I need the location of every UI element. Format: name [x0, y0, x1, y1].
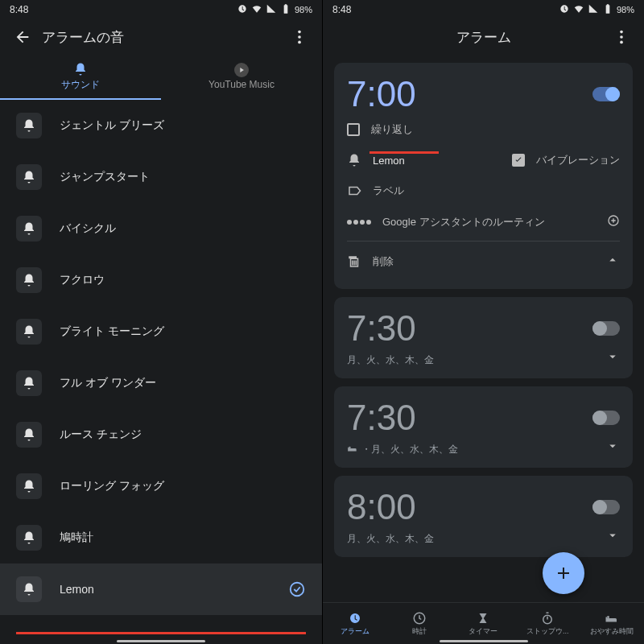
sound-row[interactable]: ルース チェンジ [0, 409, 322, 460]
sound-label: 鳩時計 [60, 530, 306, 545]
sound-label: ルース チェンジ [60, 427, 306, 442]
alarm-card[interactable]: 8:00 月、火、水、木、金 [334, 476, 633, 557]
bell-icon [16, 319, 42, 345]
annotation-underline [16, 632, 306, 634]
trash-icon [347, 254, 361, 269]
label-icon [347, 184, 361, 198]
assistant-icon [347, 220, 371, 225]
tab-sound[interactable]: サウンド [0, 55, 161, 100]
alarm-list[interactable]: 7:00 繰り返し Lemon バイブレーション ラベル Google アシスタ… [323, 55, 644, 602]
sound-row[interactable]: ジャンプスタート [0, 151, 322, 203]
label-row[interactable]: ラベル [347, 175, 620, 206]
tab-sound-label: サウンド [61, 78, 100, 92]
app-bar: アラーム [323, 19, 644, 55]
battery-percent: 98% [617, 5, 634, 14]
sound-label: ジェントル ブリーズ [60, 118, 306, 133]
chevron-down-icon[interactable] [605, 439, 620, 456]
sound-row[interactable]: Lemon バイブレーション [347, 145, 620, 175]
svg-point-2 [298, 41, 301, 44]
delete-row[interactable]: 削除 [347, 245, 620, 278]
sound-name: Lemon [373, 155, 501, 167]
page-title: アラームの音 [39, 28, 283, 47]
alarm-toggle[interactable] [592, 500, 620, 514]
add-icon[interactable] [607, 214, 620, 229]
bed-icon [347, 443, 358, 456]
bell-icon [16, 473, 42, 499]
sound-row[interactable]: バイシクル [0, 203, 322, 254]
bell-icon [16, 267, 42, 293]
sound-row[interactable]: ローリング フォッグ [0, 460, 322, 512]
alarm-sound-screen: 8:48 98% アラームの音 サウンド YouTube Music ジェントル… [0, 0, 322, 644]
alarm-card[interactable]: 7:30 月、火、水、木、金 [334, 297, 633, 378]
label-label: ラベル [373, 184, 404, 198]
alarm-toggle[interactable] [592, 321, 620, 336]
alarm-card[interactable]: 7:30 ・月、火、水、木、金 [334, 386, 633, 468]
assistant-label: Google アシスタントのルーティン [382, 215, 596, 229]
overflow-menu-button[interactable] [605, 21, 638, 53]
sound-row[interactable]: フル オブ ワンダー [0, 357, 322, 409]
nav-alarm[interactable]: アラーム [323, 603, 387, 644]
wifi-icon [251, 3, 262, 17]
sound-label: Lemon [60, 583, 270, 596]
vibration-label: バイブレーション [536, 153, 620, 167]
chevron-up-icon[interactable] [605, 253, 620, 270]
alarm-time[interactable]: 7:00 [347, 74, 416, 114]
app-bar: アラームの音 [0, 19, 322, 55]
alarm-days: ・月、火、水、木、金 [347, 443, 620, 456]
sound-list[interactable]: ジェントル ブリーズ ジャンプスタート バイシクル フクロウ ブライト モーニン… [0, 100, 322, 644]
signal-icon [588, 3, 599, 17]
back-button[interactable] [6, 21, 39, 53]
page-title: アラーム [361, 28, 605, 47]
battery-percent: 98% [295, 5, 312, 14]
bell-icon [16, 113, 42, 138]
sound-label: ジャンプスタート [60, 170, 306, 184]
bell-icon [16, 525, 42, 551]
svg-point-5 [620, 35, 623, 39]
tab-youtube-label: YouTube Music [208, 79, 275, 90]
sound-row[interactable]: ブライト モーニング [0, 306, 322, 357]
sound-row[interactable]: 鳩時計 [0, 512, 322, 564]
bell-icon [16, 216, 42, 242]
sound-row[interactable]: ジェントル ブリーズ [0, 100, 322, 151]
repeat-label: 繰り返し [371, 122, 413, 137]
svg-point-1 [298, 35, 301, 39]
add-alarm-button[interactable] [543, 552, 584, 594]
sound-label: ローリング フォッグ [60, 479, 306, 493]
bell-icon [16, 370, 42, 396]
alarm-time[interactable]: 7:30 [347, 308, 416, 349]
alarm-time[interactable]: 8:00 [347, 487, 416, 527]
alarm-toggle[interactable] [592, 87, 620, 101]
sound-row[interactable]: フクロウ [0, 254, 322, 306]
nav-bedtime[interactable]: おやすみ時間 [580, 603, 644, 644]
nav-stopwatch[interactable]: ストップウ... [515, 603, 580, 644]
nav-clock[interactable]: 時計 [387, 603, 452, 644]
alarm-time[interactable]: 7:30 [347, 398, 416, 438]
check-icon [288, 580, 306, 598]
checkbox-checked-icon[interactable] [512, 154, 525, 167]
alarm-days: 月、火、水、木、金 [347, 353, 620, 367]
assistant-row[interactable]: Google アシスタントのルーティン [347, 206, 620, 237]
repeat-row[interactable]: 繰り返し [347, 114, 620, 145]
bell-icon [16, 164, 42, 190]
status-bar: 8:48 98% [0, 0, 322, 19]
bottom-nav: アラーム 時計 タイマー ストップウ... おやすみ時間 [323, 602, 644, 644]
alarm-list-screen: 8:48 98% アラーム 7:00 繰り返し Lemon バイブレーション [322, 0, 644, 644]
sound-label: バイシクル [60, 221, 306, 236]
battery-icon [602, 3, 613, 17]
signal-icon [266, 3, 277, 17]
sound-label: フル オブ ワンダー [60, 376, 306, 390]
chevron-down-icon[interactable] [605, 349, 620, 367]
chevron-down-icon[interactable] [605, 528, 620, 546]
nav-timer[interactable]: タイマー [452, 603, 516, 644]
alarm-card-expanded[interactable]: 7:00 繰り返し Lemon バイブレーション ラベル Google アシスタ… [334, 63, 633, 289]
tab-youtube[interactable]: YouTube Music [161, 55, 322, 100]
checkbox-icon[interactable] [347, 123, 360, 136]
sound-row-selected[interactable]: Lemon [0, 564, 322, 615]
delete-label: 削除 [373, 254, 594, 269]
alarm-toggle[interactable] [592, 411, 620, 425]
overflow-menu-button[interactable] [283, 21, 316, 53]
bell-icon [16, 422, 42, 448]
svg-point-6 [620, 41, 623, 44]
battery-icon [280, 3, 291, 17]
gesture-bar [117, 640, 205, 642]
